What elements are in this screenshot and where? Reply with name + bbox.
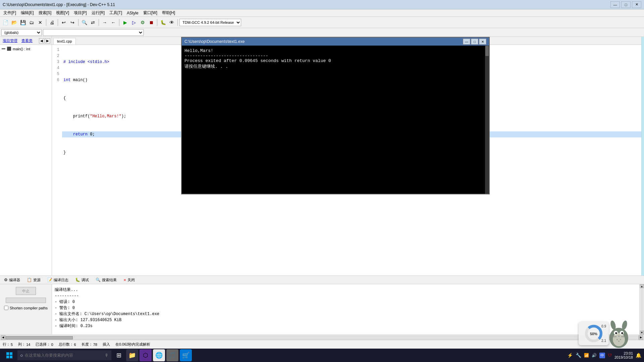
tab-compiler[interactable]: ⚙ 编译器 <box>1 277 23 283</box>
status-total: 总行数： 6 <box>59 342 76 347</box>
open-button[interactable]: 📂 <box>10 18 18 26</box>
console-maximize[interactable]: □ <box>471 39 478 45</box>
explorer-button[interactable]: 📁 <box>126 349 138 361</box>
code-tab-main[interactable]: text1.cpp <box>53 38 76 45</box>
compile-button[interactable]: ⚙ <box>139 18 147 26</box>
right-accent <box>641 37 644 276</box>
console-window: C:\Users\op\Documents\text1.exe — □ ✕ He… <box>181 37 490 194</box>
tab-search[interactable]: 🔍 搜索结果 <box>93 277 119 283</box>
menu-window[interactable]: 窗口[W] <box>141 9 159 16</box>
start-button[interactable] <box>3 349 16 362</box>
close-file-button[interactable]: ✕ <box>36 18 44 26</box>
find-button[interactable]: 🔍 <box>80 18 88 26</box>
console-scrollbar[interactable] <box>485 46 489 194</box>
sidebar-next[interactable]: ▶ <box>45 38 50 44</box>
minimize-button[interactable]: — <box>610 1 620 8</box>
tab-resources-label: 资源 <box>33 278 41 283</box>
sidebar-tab-class[interactable]: 查看类 <box>20 38 34 44</box>
scroll-left-btn[interactable]: ◀ <box>1 335 5 340</box>
browser-button[interactable]: 🌐 <box>153 349 165 361</box>
redo-button[interactable]: ↪ <box>68 18 76 26</box>
total-label: 总行数： <box>59 342 73 347</box>
function-dropdown[interactable] <box>43 29 144 36</box>
svg-point-10 <box>621 332 623 334</box>
h-scroll-thumb[interactable] <box>6 336 73 340</box>
taskbar-search-input[interactable] <box>25 353 103 358</box>
new-button[interactable]: 📄 <box>1 18 9 26</box>
menu-search[interactable]: 搜索[S] <box>37 9 54 16</box>
indent-button[interactable]: → <box>101 18 109 26</box>
line-num-6: 6 <box>52 77 59 83</box>
svg-rect-20 <box>10 352 12 355</box>
svg-point-17 <box>618 341 620 342</box>
menu-help[interactable]: 帮助[H] <box>160 9 177 16</box>
sidebar-tab-project[interactable]: 项目管理 <box>1 38 19 44</box>
volume-icon: 🔊 <box>592 353 597 358</box>
console-close[interactable]: ✕ <box>479 39 486 45</box>
menu-view[interactable]: 视图[V] <box>54 9 71 16</box>
tab-compile-log[interactable]: 📝 编译日志 <box>45 277 71 283</box>
scroll-right-btn[interactable]: ▶ <box>639 335 643 340</box>
progress-bar <box>6 298 46 303</box>
resources-icon: 📋 <box>27 278 32 282</box>
scroll-track <box>640 289 644 330</box>
menu-file[interactable]: 文件[F] <box>1 9 18 16</box>
h-scroll-track[interactable] <box>5 336 639 340</box>
menu-run[interactable]: 运行[R] <box>90 9 107 16</box>
taskbar-search[interactable]: ○ 🎙 <box>17 350 111 360</box>
svg-rect-21 <box>6 356 9 358</box>
code-area[interactable]: text1.cpp 1 2 3 4 5 6 # include <stdio.h… <box>52 37 641 276</box>
add-watch-button[interactable]: 👁 <box>168 18 176 26</box>
stop-button[interactable]: ⏹ <box>147 18 155 26</box>
debug-button[interactable]: 🐛 <box>159 18 167 26</box>
compiler-dropdown[interactable]: TDM-GCC 4.9.2 64-bit Release <box>179 19 241 26</box>
console-minimize[interactable]: — <box>463 39 470 45</box>
menu-astyle[interactable]: AStyle <box>125 10 141 16</box>
menu-edit[interactable]: 编辑[E] <box>19 9 36 16</box>
shorten-paths-container: Shorten compiler paths <box>4 306 48 310</box>
replace-button[interactable]: ⇄ <box>89 18 97 26</box>
globals-dropdown[interactable]: (globals) <box>1 29 42 36</box>
tab-debug-label: 调试 <box>82 278 89 283</box>
chinese-ime: 中 <box>599 353 605 358</box>
close-button[interactable]: ✕ <box>632 1 641 8</box>
compile-outsize: - 输出大小: 127.931640625 KiB <box>55 317 637 323</box>
save-button[interactable]: 💾 <box>19 18 27 26</box>
taskview-button[interactable]: ⊞ <box>113 349 125 361</box>
separator1 <box>46 19 46 26</box>
compile-run-button[interactable]: ▶ <box>121 18 129 26</box>
menu-project[interactable]: 项目[P] <box>72 9 89 16</box>
shorten-paths-checkbox[interactable] <box>4 306 8 310</box>
print-button[interactable]: 🖨 <box>48 18 56 26</box>
tab-close[interactable]: ✕ 关闭 <box>121 277 138 283</box>
media-button[interactable]: 🎵 <box>166 349 178 361</box>
totoro-mascot <box>604 318 634 348</box>
horizontal-scrollbar[interactable]: ◀ ▶ <box>0 335 644 340</box>
run-button[interactable]: ▷ <box>130 18 138 26</box>
scroll-up-btn[interactable]: ▲ <box>640 284 644 288</box>
vs-button[interactable]: ⬡ <box>140 349 152 361</box>
compile-separator: ---------- <box>55 293 637 299</box>
undo-button[interactable]: ↩ <box>60 18 68 26</box>
tree-item-main[interactable]: ➖ ⬛ main() : int <box>1 46 50 51</box>
status-row: 行： 5 <box>3 342 13 347</box>
menu-tools[interactable]: 工具[T] <box>107 9 124 16</box>
tab-resources[interactable]: 📋 资源 <box>24 277 43 283</box>
unindent-button[interactable]: ← <box>109 18 117 26</box>
save-all-button[interactable]: 🗂 <box>28 18 36 26</box>
parse-time: 在0.062秒内完成解析 <box>115 342 151 347</box>
notification-icon[interactable]: 🔔 <box>636 353 641 358</box>
status-len: 长度： 78 <box>82 342 97 347</box>
console-content: Hello,Mars! ----------------------------… <box>182 46 489 194</box>
bottom-tabs: ⚙ 编译器 📋 资源 📝 编译日志 🐛 调试 🔍 搜索结果 ✕ 关闭 <box>0 276 644 284</box>
console-scroll-thumb[interactable] <box>485 46 489 56</box>
tab-debug[interactable]: 🐛 调试 <box>72 277 92 283</box>
maximize-button[interactable]: □ <box>621 1 631 8</box>
sidebar-prev[interactable]: ◀ <box>39 38 44 44</box>
scroll-down-btn[interactable]: ▼ <box>640 330 644 335</box>
compile-scrollbar[interactable]: ▲ ▼ <box>639 284 644 335</box>
stop-button[interactable]: 中止 <box>16 287 36 295</box>
taskbar-clock[interactable]: 23:01 2019/10/18 <box>614 351 633 359</box>
row-label: 行： <box>3 342 10 347</box>
store-button[interactable]: 🛒 <box>180 349 192 361</box>
